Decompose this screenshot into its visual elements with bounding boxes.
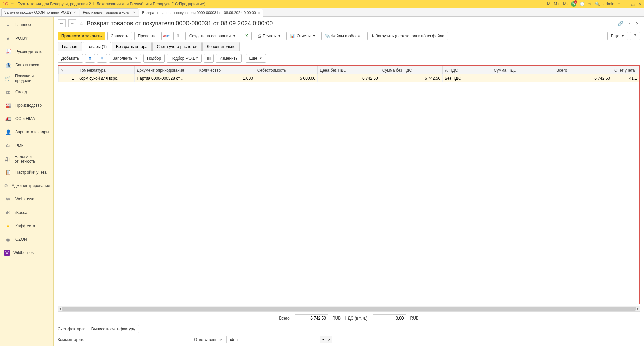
history-icon[interactable]: 🕓: [580, 2, 585, 6]
sidebar-item-kaffesta[interactable]: ●Каффеста: [0, 219, 53, 233]
tab-accounts[interactable]: Счета учета расчетов: [152, 42, 201, 51]
user-label[interactable]: admin: [603, 2, 614, 6]
settings-icon[interactable]: ≡: [618, 2, 620, 6]
barcode-icon-button[interactable]: ▥: [204, 54, 214, 63]
col-qty[interactable]: Количество: [197, 66, 255, 74]
select-poby-button[interactable]: Подбор PO.BY: [167, 54, 202, 63]
sidebar-item-wildberries[interactable]: WWildberries: [0, 246, 53, 260]
col-n[interactable]: N: [59, 66, 76, 74]
col-doc[interactable]: Документ оприходования: [135, 66, 197, 74]
favorite-icon[interactable]: ☆: [79, 20, 84, 27]
move-down-button[interactable]: ⬇: [97, 54, 107, 63]
close-icon[interactable]: ×: [74, 10, 76, 14]
memory-m[interactable]: M: [547, 2, 550, 6]
cell-nom[interactable]: Корм сухой для взро...: [76, 74, 135, 82]
cell-qty[interactable]: 1,000: [197, 74, 255, 82]
sidebar-item-poby[interactable]: ★PO.BY: [0, 32, 53, 45]
sidebar-item-ikassa[interactable]: iKiKassa: [0, 206, 53, 219]
select-button[interactable]: Подбор: [143, 54, 165, 63]
col-vat[interactable]: % НДС: [443, 66, 492, 74]
post-close-button[interactable]: Провести и закрыть: [58, 32, 105, 40]
create-base-button[interactable]: Создать на основании▼: [185, 32, 239, 40]
sidebar-item-taxes[interactable]: ДтНалоги и отчетность: [0, 152, 53, 166]
memory-mplus[interactable]: M+: [554, 2, 559, 6]
tab-tara[interactable]: Возвратная тара: [112, 42, 152, 51]
responsible-input[interactable]: [226, 336, 320, 343]
print-button[interactable]: 🖨Печать▼: [254, 32, 284, 40]
open-icon[interactable]: ↗: [326, 336, 332, 343]
cell-acct[interactable]: 41.1: [612, 74, 639, 82]
sidebar-item-manager[interactable]: 📈Руководителю: [0, 45, 53, 58]
table-row[interactable]: 1 Корм сухой для взро... Партия 0000-000…: [59, 74, 639, 82]
maximize-icon[interactable]: ⬚: [631, 2, 635, 6]
nav-back-button[interactable]: ←: [58, 19, 66, 27]
goods-table[interactable]: N Номенклатура Документ оприходования Ко…: [58, 65, 640, 304]
sidebar-item-webkassa[interactable]: WWebkassa: [0, 192, 53, 206]
close-icon[interactable]: ×: [258, 11, 260, 15]
post-button[interactable]: Провести: [134, 32, 159, 40]
add-button[interactable]: Добавить: [58, 54, 83, 63]
close-icon[interactable]: ×: [133, 10, 135, 14]
star-icon[interactable]: ☆: [588, 2, 592, 6]
move-up-button[interactable]: ⬆: [85, 54, 95, 63]
minimize-icon[interactable]: —: [624, 2, 628, 6]
col-cost[interactable]: Себестоимость: [255, 66, 317, 74]
col-nom[interactable]: Номенклатура: [76, 66, 135, 74]
cell-cost[interactable]: 5 000,00: [255, 74, 317, 82]
col-vatsum[interactable]: Сумма НДС: [492, 66, 554, 74]
cell-total[interactable]: 6 742,50: [554, 74, 612, 82]
invoice-button[interactable]: Выписать счет-фактуру: [88, 325, 139, 333]
search-icon[interactable]: 🔍: [595, 2, 600, 6]
help-button[interactable]: ?: [630, 32, 640, 40]
sidebar-item-assets[interactable]: 🚛ОС и НМА: [0, 112, 53, 125]
scroll-right-icon[interactable]: ▶: [636, 306, 640, 311]
close-window-icon[interactable]: ✕: [638, 2, 641, 6]
horizontal-scrollbar[interactable]: ◀ ▶: [58, 306, 640, 312]
sidebar-item-settings[interactable]: 📋Настройки учета: [0, 166, 53, 179]
sidebar-item-main[interactable]: ≡Главное: [0, 18, 53, 32]
excel-icon-button[interactable]: X: [241, 32, 252, 40]
sidebar-item-production[interactable]: 🏭Производство: [0, 99, 53, 112]
col-acct[interactable]: Счет учета: [612, 66, 639, 74]
more-icon[interactable]: ⋮: [626, 19, 633, 27]
comment-input[interactable]: [84, 336, 191, 343]
cell-price[interactable]: 6 742,50: [318, 74, 380, 82]
col-price[interactable]: Цена без НДС: [318, 66, 380, 74]
doctab-1[interactable]: Реализация товаров и услуг ×: [80, 8, 139, 16]
files-button[interactable]: 📎Файлы в облаке: [321, 32, 365, 40]
structure-icon-button[interactable]: 🗎: [173, 32, 183, 40]
link-icon[interactable]: 🔗: [616, 19, 625, 27]
scroll-thumb[interactable]: [62, 307, 636, 311]
notification-icon[interactable]: ↻: [571, 1, 576, 7]
sidebar-item-sales[interactable]: 🛒Покупки и продажи: [0, 72, 53, 85]
doctab-2[interactable]: Возврат товаров от покупателя 0000-00003…: [139, 9, 263, 17]
hamburger-icon[interactable]: ≡: [11, 1, 14, 7]
cell-vat[interactable]: Без НДС: [443, 74, 492, 82]
sidebar-item-ozon[interactable]: ◉OZON: [0, 233, 53, 246]
more-button[interactable]: Еще▼: [607, 32, 628, 40]
tab-extra[interactable]: Дополнительно: [202, 42, 240, 51]
tab-main[interactable]: Главная: [58, 42, 82, 51]
change-button[interactable]: Изменить: [216, 54, 241, 63]
sidebar-item-salary[interactable]: 👤Зарплата и кадры: [0, 125, 53, 139]
scroll-left-icon[interactable]: ◀: [58, 306, 62, 311]
write-button[interactable]: Записать: [107, 32, 132, 40]
cell-n[interactable]: 1: [59, 74, 76, 82]
sidebar-item-rmk[interactable]: 🗂РМК: [0, 139, 53, 152]
dtct-icon-button[interactable]: ДтКт: [161, 32, 171, 40]
col-total[interactable]: Всего: [554, 66, 612, 74]
cell-doc[interactable]: Партия 0000-000328 от ...: [135, 74, 197, 82]
sidebar-item-admin[interactable]: ⚙Администрирование: [0, 179, 53, 192]
cell-sum[interactable]: 6 742,50: [380, 74, 442, 82]
nav-forward-button[interactable]: →: [68, 19, 76, 27]
dropdown-icon[interactable]: ▼: [320, 336, 326, 343]
sidebar-item-bank[interactable]: 🏦Банк и касса: [0, 58, 53, 72]
tab-goods[interactable]: Товары (1): [83, 42, 111, 51]
load-button[interactable]: ⬇Загрузить (перезаполнить) из файла: [367, 32, 448, 40]
fill-button[interactable]: Заполнить▼: [109, 54, 141, 63]
sub-more-button[interactable]: Еще▼: [246, 54, 266, 63]
doctab-0[interactable]: Загрузка продаж OZON по дням PO.BY ×: [1, 8, 79, 16]
reports-button[interactable]: 📊Отчеты▼: [286, 32, 319, 40]
memory-mminus[interactable]: M-: [563, 2, 568, 6]
col-sum[interactable]: Сумма без НДС: [380, 66, 442, 74]
